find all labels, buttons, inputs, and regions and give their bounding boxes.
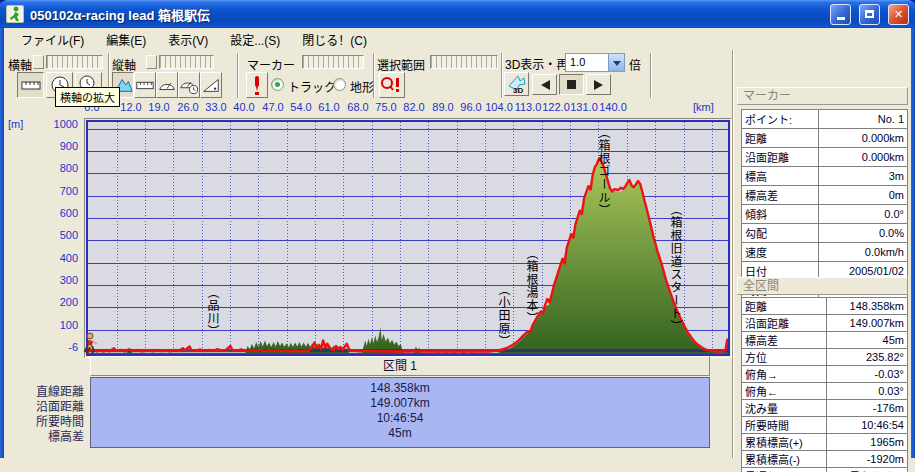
close-icon: ✕ <box>894 8 903 21</box>
play-icon <box>593 80 605 90</box>
annotation-hakone-kyukaido-start: （箱根旧道スタート） <box>669 203 681 333</box>
plot-area[interactable] <box>86 120 730 356</box>
menu-item-settings[interactable]: 設定...(S) <box>219 28 291 51</box>
elevation-profile-svg <box>88 122 728 354</box>
stop-button[interactable] <box>559 74 584 95</box>
slider-thumb[interactable] <box>33 55 44 69</box>
table-row: 距離0.000km <box>742 129 908 148</box>
x-tick-label: 140.0 <box>591 101 635 113</box>
table-row: 所要時間10:46:54 <box>742 417 908 434</box>
chevron-down-icon[interactable] <box>608 54 624 71</box>
slider-track[interactable] <box>430 55 498 69</box>
marker-flags-icon <box>380 75 404 95</box>
track-radio[interactable] <box>271 78 284 91</box>
slider-thumb[interactable] <box>146 55 157 69</box>
y-tick-label: 200 <box>28 296 78 308</box>
y-tick-label: 400 <box>28 252 78 264</box>
vaxis-distance-button[interactable] <box>134 72 156 98</box>
tooltip: 横軸の拡大 <box>55 87 120 107</box>
menu-item-view[interactable]: 表示(V) <box>157 28 219 51</box>
slider-track[interactable] <box>302 55 364 69</box>
slider-track[interactable] <box>46 55 103 69</box>
menu-item-file[interactable]: ファイル(F) <box>10 28 95 51</box>
menu-item-edit[interactable]: 編集(E) <box>95 28 157 51</box>
marker-slider[interactable] <box>302 55 364 69</box>
svg-text:3D: 3D <box>513 86 523 94</box>
maximize-button[interactable] <box>859 4 880 25</box>
speed-unit-label: 倍 <box>629 56 641 73</box>
vaxis-label: 縦軸 <box>112 56 136 73</box>
vaxis-zoom-slider[interactable] <box>146 55 214 69</box>
speedometer-clock-icon <box>179 75 199 95</box>
ruler-icon <box>20 74 42 96</box>
y-tick-label: 1000 <box>28 118 78 130</box>
y-tick-label: 600 <box>28 207 78 219</box>
haxis-zoom-slider[interactable] <box>33 55 103 69</box>
selection-marker-button[interactable] <box>379 72 405 98</box>
y-tick-label: 900 <box>28 140 78 152</box>
table-row: 累積標高(+)1965m <box>742 434 908 451</box>
table-row: 距離148.358km <box>742 298 908 315</box>
toolbar-separator <box>373 53 375 98</box>
selection-slider[interactable] <box>430 55 498 69</box>
table-row: 速度0.0km/h <box>742 243 908 262</box>
section-header: 区間 1 <box>90 356 710 376</box>
total-panel-header: 全区間 <box>737 277 908 295</box>
speedometer-icon <box>157 75 177 95</box>
haxis-distance-button[interactable] <box>17 72 44 98</box>
vaxis-speed-button[interactable] <box>156 72 178 98</box>
y-tick-label: 700 <box>28 185 78 197</box>
rewind-button[interactable] <box>532 74 557 95</box>
slope-icon <box>201 75 221 95</box>
vaxis-slope-button[interactable] <box>200 72 222 98</box>
play-button[interactable] <box>586 74 611 95</box>
maximize-icon <box>865 10 874 18</box>
menu-item-close[interactable]: 閉じる！(C) <box>291 28 378 51</box>
marker-panel-header: マーカー <box>737 87 908 105</box>
slider-track[interactable] <box>159 55 214 69</box>
runner-marker-icon[interactable] <box>82 332 100 356</box>
terrain-radio[interactable] <box>333 78 346 91</box>
table-row: 方位235.82° <box>742 349 908 366</box>
section-row-value: 10:46:54 <box>91 411 709 425</box>
speed-select[interactable]: 1.0 <box>565 53 625 72</box>
table-row: 俯角←0.03° <box>742 383 908 400</box>
track-radio-label[interactable]: トラック <box>288 78 336 95</box>
total-table: 距離148.358km 沿面距離149.007km 標高差45m 方位235.8… <box>741 297 908 472</box>
section-values-panel: 148.358km 149.007km 10:46:54 45m <box>90 377 710 448</box>
table-row: 俯角→-0.03° <box>742 366 908 383</box>
y-axis-unit: [m] <box>8 118 23 130</box>
minimize-button[interactable] <box>830 4 851 25</box>
table-row: 沿面距離0.000km <box>742 148 908 167</box>
table-row: 見通し見えません <box>742 468 908 472</box>
marker-pen-icon <box>247 74 267 96</box>
vaxis-pace-button[interactable] <box>178 72 200 98</box>
y-tick-label: -6 <box>28 341 78 353</box>
stop-icon <box>567 80 576 89</box>
marker-table: ポイント:No. 1 距離0.000km 沿面距離0.000km 標高3m 標高… <box>741 109 908 300</box>
ruler-icon <box>135 75 155 95</box>
table-row: 勾配0.0% <box>742 224 908 243</box>
selection-label: 選択範囲 <box>377 56 425 73</box>
elevation-chart[interactable] <box>84 118 732 358</box>
y-tick-label: 300 <box>28 274 78 286</box>
table-row: 傾斜0.0° <box>742 205 908 224</box>
view-3d-button[interactable]: 3D <box>504 72 529 96</box>
app-window: 050102α-racing lead 箱根駅伝 ✕ ファイル(F) 編集(E)… <box>0 0 915 472</box>
toolbar-separator <box>501 53 503 98</box>
marker-label: マーカー <box>247 56 295 73</box>
panel-divider <box>732 50 734 458</box>
title-bar[interactable]: 050102α-racing lead 箱根駅伝 ✕ <box>0 0 915 28</box>
table-row: 沈み量-176m <box>742 400 908 417</box>
table-row: 標高差45m <box>742 332 908 349</box>
menu-bar: ファイル(F) 編集(E) 表示(V) 設定...(S) 閉じる！(C) <box>4 28 911 50</box>
y-tick-label: 500 <box>28 229 78 241</box>
annotation-odawara: （小田原） <box>497 283 509 348</box>
annotation-hakone-yumoto: （箱根湯本） <box>525 247 537 325</box>
terrain-radio-label[interactable]: 地形 <box>350 78 374 95</box>
table-row: ポイント:No. 1 <box>742 110 908 129</box>
marker-pen-button[interactable] <box>246 72 268 98</box>
toolbar-separator <box>650 53 652 98</box>
close-button[interactable]: ✕ <box>888 4 909 25</box>
table-row: 標高3m <box>742 167 908 186</box>
